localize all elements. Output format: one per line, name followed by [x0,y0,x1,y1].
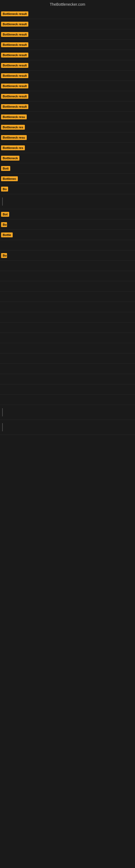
bottleneck-result-badge[interactable]: Bottleneck resu [1,115,27,119]
bottleneck-result-badge[interactable]: Bottleneck result [1,73,28,78]
list-item: Bo [0,250,135,261]
list-item [0,302,135,312]
list-item [0,405,135,420]
list-item: Bottleneck resu [0,112,135,122]
list-item [0,261,135,271]
bottleneck-result-badge[interactable]: Bottleneck result [1,104,28,109]
bottleneck-result-badge[interactable]: Bottleneck result [1,53,28,58]
list-item [0,384,135,395]
list-item: Bottleneck result [0,50,135,60]
list-item [0,343,135,353]
vertical-line-indicator [2,423,3,431]
list-item: Bottleneck result [0,9,135,19]
list-item: Bottleneck result [0,29,135,40]
list-item [0,322,135,333]
bottleneck-result-badge[interactable]: Bottleneck res [1,125,25,130]
list-item [0,291,135,302]
bottleneck-result-badge[interactable]: Bottleneck result [1,11,28,16]
list-item [0,271,135,281]
list-item: Bottleneck res [0,143,135,153]
list-item: Bottleneck result [0,40,135,50]
bottleneck-result-badge[interactable]: Bottleneck result [1,22,28,27]
vertical-line-indicator [2,197,3,206]
list-item: Bottleneck result [0,70,135,81]
list-item: Bottlenec [0,174,135,184]
bottleneck-result-badge[interactable]: Bott [1,166,10,171]
list-item [0,240,135,250]
list-item [0,395,135,405]
bottleneck-result-badge[interactable]: Bo [1,222,7,227]
bottleneck-result-badge[interactable]: Bo [1,187,8,191]
list-item [0,333,135,343]
list-item [0,281,135,291]
list-item: Bottleneck [0,153,135,163]
bottleneck-result-badge[interactable]: Bottleneck result [1,42,28,47]
bottleneck-result-badge[interactable]: Bottleneck resu [1,135,27,140]
list-item: Bottleneck result [0,101,135,112]
bottleneck-result-badge[interactable]: Bottleneck [1,156,19,161]
list-item: Bo [0,184,135,194]
bottleneck-result-badge[interactable]: Bot [1,212,9,217]
list-item: Bottle [0,230,135,240]
list-item [0,364,135,374]
list-item: Bot [0,209,135,219]
list-item: Bottleneck result [0,19,135,29]
list-item: Bottleneck result [0,91,135,101]
list-item: Bo [0,219,135,230]
bottleneck-result-badge[interactable]: Bottle [1,232,13,237]
list-item: Bottleneck result [0,60,135,70]
bottleneck-result-badge[interactable]: Bottleneck result [1,94,28,99]
bottleneck-result-badge[interactable]: Bo [1,253,7,258]
bottleneck-result-badge[interactable]: Bottleneck result [1,32,28,37]
list-item: Bottleneck res [0,122,135,132]
list-item: Bott [0,163,135,174]
site-title: TheBottlenecker.com [0,0,135,9]
list-item: Bottleneck result [0,81,135,91]
list-item [0,194,135,209]
vertical-line-indicator [2,408,3,416]
list-item [0,353,135,364]
bottleneck-result-badge[interactable]: Bottlenec [1,176,18,181]
list-item [0,374,135,384]
bottleneck-result-badge[interactable]: Bottleneck result [1,63,28,68]
list-item: Bottleneck resu [0,132,135,143]
bottleneck-result-badge[interactable]: Bottleneck result [1,84,28,88]
list-item [0,420,135,435]
bottleneck-result-badge[interactable]: Bottleneck res [1,145,25,150]
list-item [0,312,135,322]
